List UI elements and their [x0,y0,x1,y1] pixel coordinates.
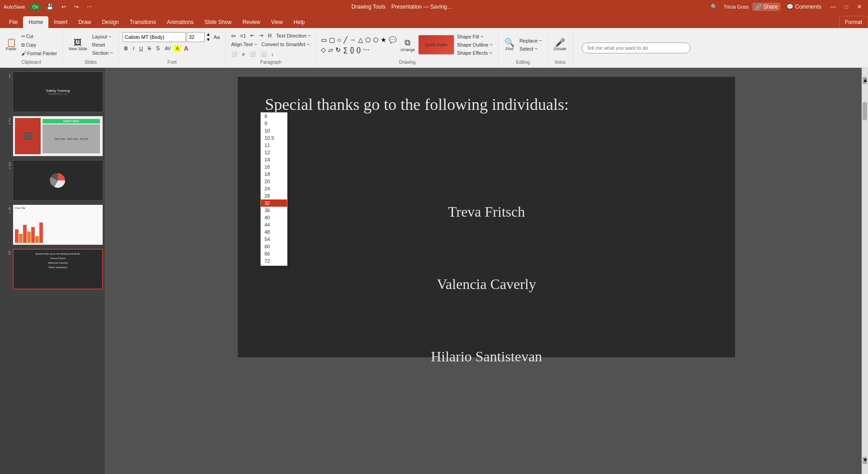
line-spacing-button[interactable]: ↕ [269,51,276,58]
tab-review[interactable]: Review [237,16,265,28]
increase-indent-button[interactable]: ⇥ [257,32,265,39]
pentagon-shape[interactable]: ⬠ [364,35,372,44]
slide-canvas[interactable]: Special thanks go to the following indiv… [238,77,735,357]
tab-insert[interactable]: Insert [48,16,73,28]
arrow-shape[interactable]: → [349,35,357,44]
slide-5-thumb[interactable]: Special thanks go to the following indiv… [13,249,103,289]
paste-button[interactable]: 📋 Paste [4,37,19,52]
replace-button[interactable]: Replace ~ [518,37,544,44]
justify-button[interactable]: ⬜ [259,50,269,58]
select-button[interactable]: Select ~ [518,45,544,52]
tab-home[interactable]: Home [23,16,48,28]
tab-view[interactable]: View [266,16,288,28]
scroll-down-arrow[interactable]: ▼ [863,457,867,464]
center-button[interactable]: ≡ [240,51,246,58]
align-left-button[interactable]: ⬜ [229,50,239,58]
shadow-button[interactable]: S [154,44,161,52]
font-color-button[interactable]: A [182,44,190,53]
font-size-48[interactable]: 48 [261,228,287,236]
rect-shape[interactable]: ▭ [320,35,328,44]
tab-design[interactable]: Design [96,16,124,28]
shape-fill-button[interactable]: Shape Fill ~ [455,33,495,40]
callout-shape[interactable]: 💬 [388,35,397,44]
format-painter-button[interactable]: 🖌Format Painter [19,50,59,57]
diamond-shape[interactable]: ◇ [320,45,327,54]
redo-button[interactable]: ↪ [71,3,81,11]
font-size-72[interactable]: 72 [261,257,287,265]
autosave-toggle[interactable]: On [30,4,41,10]
minimize-button[interactable]: — [828,3,839,11]
font-size-20[interactable]: 20 [261,178,287,185]
tab-transitions[interactable]: Transitions [124,16,161,28]
font-size-36[interactable]: 36 [261,207,287,214]
underline-button[interactable]: U [137,45,145,52]
save-button[interactable]: 💾 [44,3,56,11]
font-size-8[interactable]: 8 [261,113,287,120]
undo-button[interactable]: ↩ [59,3,69,11]
highlight-button[interactable]: A [174,45,181,52]
star-shape[interactable]: ★ [380,35,387,44]
clear-format-button[interactable]: Aa [212,33,222,41]
bracket-shape[interactable]: {} [349,45,355,54]
parallelogram-shape[interactable]: ▱ [327,45,334,54]
font-size-12[interactable]: 12 [261,149,287,156]
increase-font-button[interactable]: ▲ [206,32,211,37]
align-right-button[interactable]: ⬜ [248,50,258,58]
ellipse-shape[interactable]: ○ [336,35,342,44]
more-button[interactable]: ⋯ [84,3,95,11]
comments-button[interactable]: 💬 Comments [784,3,824,11]
font-size-11[interactable]: 11 [261,142,287,149]
triangle-shape[interactable]: △ [357,35,364,44]
font-size-10-5[interactable]: 10.5 [261,134,287,142]
tab-draw[interactable]: Draw [73,16,96,28]
italic-button[interactable]: I [131,45,136,52]
font-size-14[interactable]: 14 [261,156,287,163]
slide-4-thumb[interactable]: Chart Title [13,204,103,245]
scroll-up-arrow[interactable]: ▲ [863,77,867,84]
font-size-18[interactable]: 18 [261,171,287,178]
brace-shape[interactable]: () [356,45,362,54]
scroll-thumb[interactable] [863,102,867,120]
more-shapes[interactable]: ⋯ [362,45,370,54]
font-size-80[interactable]: 80 [261,265,287,266]
bold-button[interactable]: B [123,45,130,52]
line-shape[interactable]: ╱ [343,35,348,44]
strikethrough-button[interactable]: S [146,45,153,52]
tab-format[interactable]: Format [839,16,868,28]
cut-button[interactable]: ✂Cut [19,33,59,40]
font-size-24[interactable]: 24 [261,185,287,192]
vertical-scrollbar[interactable]: ▲ ▼ [862,68,868,474]
slide-3-thumb[interactable] [13,160,103,201]
align-text-button[interactable]: Align Text ~ [229,41,259,48]
text-direction-button[interactable]: Text Direction ~ [274,32,312,39]
new-slide-button[interactable]: 🖼 New Slide [66,37,90,52]
layout-button[interactable]: Layout ~ [90,33,115,40]
hexagon-shape[interactable]: ⬡ [372,35,379,44]
numbered-button[interactable]: ≡1 [239,32,248,39]
bullets-button[interactable]: ≡• [229,32,237,39]
tab-slideshow[interactable]: Slide Show [199,16,237,28]
maximize-button[interactable]: □ [842,3,851,11]
tab-animations[interactable]: Animations [161,16,199,28]
share-button[interactable]: 🔗 Share [752,3,780,11]
shape-outline-button[interactable]: Shape Outline ~ [455,41,495,48]
decrease-indent-button[interactable]: ⇤ [249,32,256,39]
font-size-dropdown[interactable]: 8 9 10 10.5 11 12 14 16 18 20 24 28 32 3… [260,112,288,266]
font-size-28[interactable]: 28 [261,192,287,199]
font-size-60[interactable]: 60 [261,243,287,250]
slide-2-thumb[interactable]: SAFETY FIRST Think Safe... Work Safe... … [13,116,103,156]
font-size-66[interactable]: 66 [261,250,287,257]
tab-file[interactable]: File [4,16,23,28]
rounded-rect-shape[interactable]: ▢ [328,35,336,44]
slide-1-thumb[interactable]: Safety Training FABREFRICK, LLC [13,71,103,112]
find-button[interactable]: 🔍 Find [502,37,517,52]
font-size-9[interactable]: 9 [261,120,287,127]
font-size-32[interactable]: 32 [261,199,287,207]
font-name-input[interactable] [123,32,186,42]
quick-styles-button[interactable]: Quick Styles [418,35,454,55]
dictate-button[interactable]: 🎤 Dictate [552,37,569,52]
tab-help[interactable]: Help [288,16,311,28]
section-button[interactable]: Section ~ [90,49,115,57]
font-size-10[interactable]: 10 [261,127,287,134]
decrease-font-button[interactable]: ▼ [206,37,211,43]
